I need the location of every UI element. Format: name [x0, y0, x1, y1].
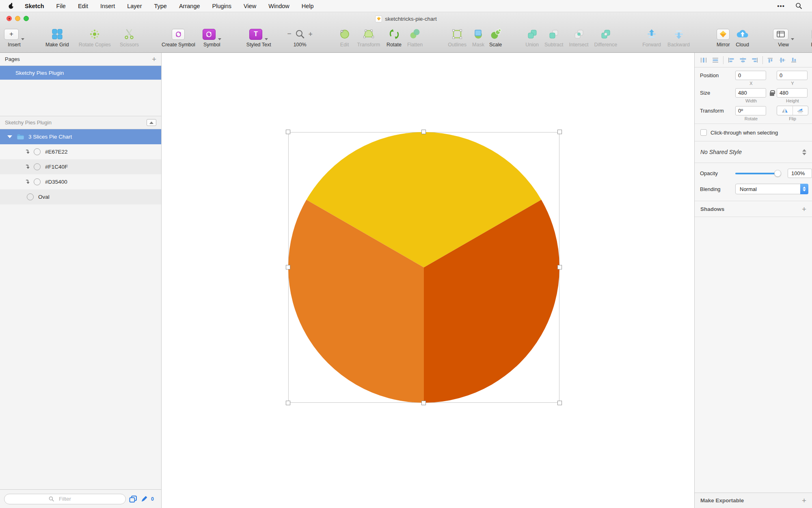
blending-select[interactable]: Normal: [735, 184, 808, 194]
toolbar-cloud[interactable]: Cloud: [736, 27, 749, 48]
layer-row-d35400[interactable]: #D35400: [0, 174, 161, 189]
toolbar-intersect[interactable]: Intersect: [569, 27, 589, 48]
page-row-sketchy-pies-plugin[interactable]: Sketchy Pies Plugin: [0, 66, 161, 80]
pen-count-badge: 0: [151, 496, 154, 502]
selection-handle-top-right[interactable]: [557, 130, 562, 134]
toolbar-transform[interactable]: Transform: [357, 27, 380, 48]
toolbar-create-symbol[interactable]: Create Symbol: [162, 27, 195, 48]
position-label: Position: [700, 72, 735, 78]
layer-row-e67e22[interactable]: #E67E22: [0, 144, 161, 159]
align-left-icon[interactable]: [727, 57, 735, 63]
position-x-field[interactable]: [735, 71, 766, 80]
toolbar-union[interactable]: Union: [525, 27, 539, 48]
menu-item-help[interactable]: Help: [296, 0, 320, 12]
menu-extras-button[interactable]: •••: [777, 2, 785, 9]
shared-style-dropdown[interactable]: No Shared Style: [695, 141, 812, 163]
toolbar-flatten[interactable]: Flatten: [407, 27, 423, 48]
align-right-icon[interactable]: [751, 57, 759, 63]
flip-vertical-button[interactable]: [793, 106, 808, 115]
toolbar-edit[interactable]: Edit: [339, 27, 351, 48]
toolbar-subtract[interactable]: Subtract: [544, 27, 564, 48]
toolbar-rotate-copies[interactable]: Rotate Copies: [79, 27, 111, 48]
flip-horizontal-button[interactable]: [777, 106, 793, 115]
height-field[interactable]: [777, 88, 808, 98]
search-icon: [49, 496, 54, 501]
toolbar-mask[interactable]: Mask: [472, 27, 484, 48]
selection-handle-bottom-center[interactable]: [421, 401, 426, 405]
select-stepper-icon: [800, 184, 808, 194]
click-through-checkbox[interactable]: [700, 129, 707, 136]
opacity-label: Opacity: [700, 170, 735, 176]
transform-icon: [362, 28, 375, 40]
selection-handle-top-left[interactable]: [286, 130, 290, 134]
distribute-horizontally-icon[interactable]: [700, 57, 708, 63]
toolbar-make-grid[interactable]: Make Grid: [45, 27, 69, 48]
selection-handle-bottom-left[interactable]: [286, 401, 290, 405]
menu-item-type[interactable]: Type: [148, 0, 173, 12]
align-middle-vertical-icon[interactable]: [778, 57, 786, 63]
window-chrome: sketchtricks-pie-chart + Insert: [0, 12, 812, 53]
distribute-vertically-icon[interactable]: [711, 57, 719, 63]
intersect-icon: [574, 29, 584, 39]
width-field[interactable]: [735, 88, 766, 98]
opacity-field[interactable]: [788, 169, 812, 178]
add-page-button[interactable]: +: [152, 55, 156, 63]
position-y-field[interactable]: [777, 71, 808, 80]
zoom-out-button[interactable]: −: [287, 30, 292, 38]
disclosure-triangle-icon[interactable]: [7, 135, 12, 138]
selection-handle-middle-right[interactable]: [557, 265, 562, 269]
canvas[interactable]: [162, 53, 694, 508]
layer-group-row[interactable]: 3 Slices Pie Chart: [0, 129, 161, 144]
layer-row-f1c40f[interactable]: #F1C40F: [0, 159, 161, 174]
menu-item-edit[interactable]: Edit: [72, 0, 94, 12]
layer-row-oval[interactable]: Oval: [0, 189, 161, 204]
toolbar-view[interactable]: View: [773, 27, 794, 48]
toolbar-mirror[interactable]: Mirror: [717, 27, 730, 48]
menu-item-plugins[interactable]: Plugins: [206, 0, 238, 12]
toolbar-scale[interactable]: Scale: [489, 27, 502, 48]
menu-item-view[interactable]: View: [238, 0, 262, 12]
magnifier-icon[interactable]: [295, 29, 305, 39]
toolbar-outlines[interactable]: Outlines: [448, 27, 466, 48]
menu-item-layer[interactable]: Layer: [121, 0, 148, 12]
align-top-icon[interactable]: [767, 57, 775, 63]
toolbar-rotate[interactable]: Rotate: [387, 27, 402, 48]
zoom-in-button[interactable]: +: [309, 30, 313, 38]
apple-menu[interactable]: [6, 2, 17, 9]
rotate-field[interactable]: [735, 106, 766, 115]
x-axis-label: X: [735, 80, 767, 88]
document-title: sketchtricks-pie-chart: [0, 12, 812, 25]
opacity-slider[interactable]: [735, 173, 780, 174]
add-export-button[interactable]: +: [802, 497, 806, 504]
menu-item-insert[interactable]: Insert: [94, 0, 121, 12]
menu-item-arrange[interactable]: Arrange: [173, 0, 206, 12]
toolbar-insert[interactable]: + Insert: [4, 27, 24, 48]
toolbar-backward[interactable]: Backward: [667, 27, 690, 48]
components-icon[interactable]: [129, 495, 137, 503]
pages-header: Pages +: [0, 53, 161, 66]
inspector-panel: Position X Y Size Width Height Transform: [694, 53, 812, 508]
toolbar-styled-text[interactable]: T Styled Text: [246, 27, 271, 48]
group-name: 3 Slices Pie Chart: [28, 134, 72, 140]
click-through-row: Click-through when selecting: [695, 124, 812, 141]
spotlight-search-icon[interactable]: [795, 2, 802, 9]
add-shadow-button[interactable]: +: [802, 205, 806, 213]
flip-vertical-icon: [797, 108, 803, 113]
align-bottom-icon[interactable]: [790, 57, 798, 63]
toolbar-symbol[interactable]: Symbol: [203, 27, 221, 48]
lock-aspect-icon[interactable]: [770, 92, 774, 96]
menu-item-sketch[interactable]: Sketch: [17, 0, 50, 12]
menu-item-window[interactable]: Window: [262, 0, 296, 12]
menu-item-file[interactable]: File: [50, 0, 72, 12]
slider-knob[interactable]: [774, 170, 781, 177]
selection-handle-bottom-right[interactable]: [557, 401, 562, 405]
toolbar-difference[interactable]: Difference: [594, 27, 617, 48]
align-center-horizontal-icon[interactable]: [739, 57, 747, 63]
toolbar-scissors[interactable]: Scissors: [120, 27, 139, 48]
selection-handle-middle-left[interactable]: [286, 265, 290, 269]
pen-icon[interactable]: [140, 495, 148, 503]
selection-handle-top-center[interactable]: [421, 130, 426, 134]
toolbar-forward[interactable]: Forward: [642, 27, 661, 48]
filter-input[interactable]: [4, 494, 126, 504]
artboard-panel-button[interactable]: [147, 119, 156, 126]
